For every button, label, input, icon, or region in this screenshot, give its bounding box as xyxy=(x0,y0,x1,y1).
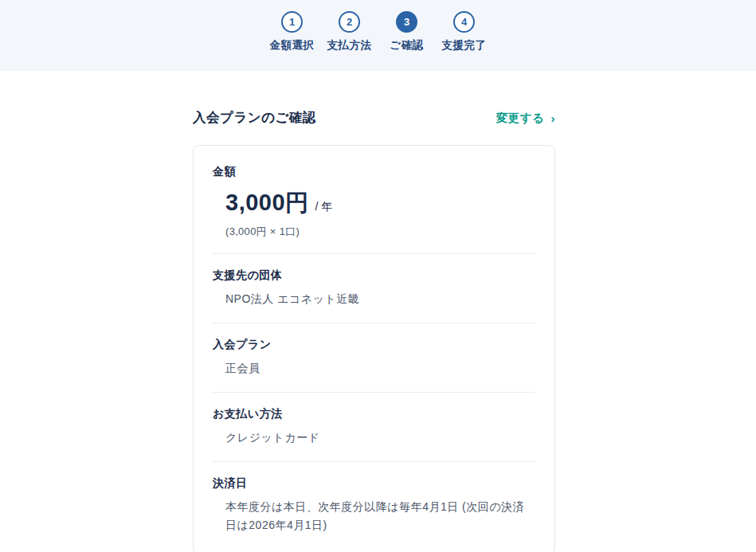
plan-label: 入会プラン xyxy=(213,338,535,352)
step-1-label: 金額選択 xyxy=(270,38,315,53)
chevron-right-icon: › xyxy=(551,112,556,124)
step-support-complete: 4 支援完了 xyxy=(441,11,487,53)
payment-date-label: 決済日 xyxy=(213,476,535,491)
plan-summary-card: 金額 3,000円 / 年 (3,000円 × 1口) 支援先の団体 NPO法人… xyxy=(193,145,555,552)
organization-label: 支援先の団体 xyxy=(213,268,535,283)
step-3-circle: 3 xyxy=(396,11,417,33)
plan-section: 入会プラン 正会員 xyxy=(213,323,535,393)
step-2-label: 支払方法 xyxy=(327,38,372,53)
amount-section: 金額 3,000円 / 年 (3,000円 × 1口) xyxy=(213,151,535,254)
step-amount-selection: 1 金額選択 xyxy=(269,11,315,53)
amount-value: 3,000円 xyxy=(225,187,309,219)
plan-value: 正会員 xyxy=(225,359,535,378)
step-2-circle: 2 xyxy=(339,11,360,33)
step-payment-method: 2 支払方法 xyxy=(327,11,372,53)
amount-label: 金額 xyxy=(213,165,535,179)
step-3-label: ご確認 xyxy=(390,38,423,53)
payment-method-value: クレジットカード xyxy=(225,429,535,447)
payment-method-label: お支払い方法 xyxy=(213,407,535,421)
step-4-label: 支援完了 xyxy=(442,38,487,53)
amount-row: 3,000円 / 年 xyxy=(225,187,535,219)
organization-section: 支援先の団体 NPO法人 エコネット近畿 xyxy=(213,254,535,323)
payment-method-section: お支払い方法 クレジットカード xyxy=(213,393,535,462)
payment-date-value: 本年度分は本日、次年度分以降は毎年4月1日 (次回の決済日は2026年4月1日) xyxy=(225,498,535,534)
stepper-header: 1 金額選択 2 支払方法 3 ご確認 4 支援完了 xyxy=(0,0,756,71)
organization-value: NPO法人 エコネット近畿 xyxy=(225,290,535,308)
amount-unit: / 年 xyxy=(315,200,333,214)
confirmation-content: 入会プランのご確認 変更する › 金額 3,000円 / 年 (3,000円 ×… xyxy=(193,109,555,552)
amount-note: (3,000円 × 1口) xyxy=(225,225,535,239)
progress-stepper: 1 金額選択 2 支払方法 3 ご確認 4 支援完了 xyxy=(269,11,487,53)
step-confirmation: 3 ご確認 xyxy=(384,11,429,53)
content-header: 入会プランのご確認 変更する › xyxy=(193,109,555,127)
change-plan-link[interactable]: 変更する › xyxy=(496,111,555,126)
change-plan-link-label: 変更する xyxy=(496,111,545,126)
payment-date-section: 決済日 本年度分は本日、次年度分以降は毎年4月1日 (次回の決済日は2026年4… xyxy=(213,462,535,549)
step-1-circle: 1 xyxy=(281,11,303,33)
page-title: 入会プランのご確認 xyxy=(193,109,316,127)
step-4-circle: 4 xyxy=(453,11,475,33)
